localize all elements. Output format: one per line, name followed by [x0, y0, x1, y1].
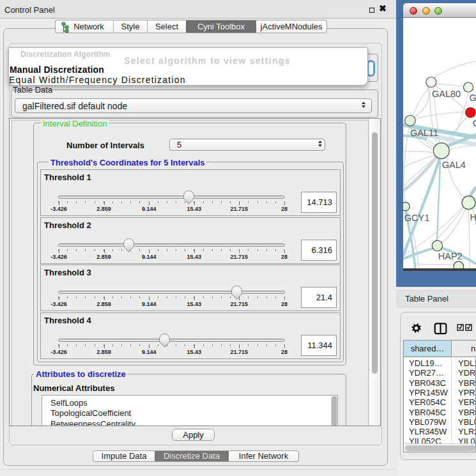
svg-text:GA: GA [470, 93, 476, 103]
svg-text:HAP2: HAP2 [438, 251, 463, 261]
svg-text:GAL80: GAL80 [432, 89, 461, 99]
svg-text:H: H [470, 212, 476, 222]
svg-text:GAL4: GAL4 [442, 160, 466, 170]
svg-text:C: C [473, 118, 476, 128]
svg-text:GAL11: GAL11 [410, 128, 438, 138]
svg-text:GCY1: GCY1 [404, 213, 430, 223]
